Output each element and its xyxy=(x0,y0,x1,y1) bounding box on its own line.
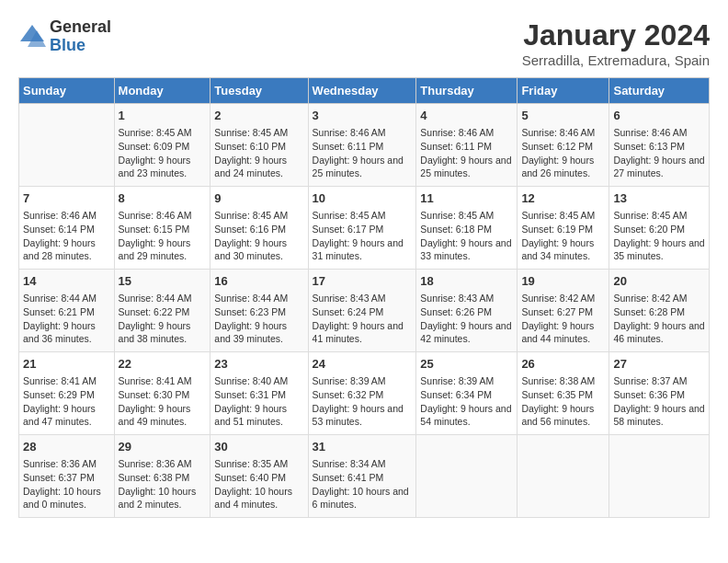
day-number: 13 xyxy=(613,190,705,207)
day-number: 8 xyxy=(119,190,207,207)
day-number: 16 xyxy=(214,273,303,290)
cell-details: Sunrise: 8:45 AMSunset: 6:20 PMDaylight:… xyxy=(613,209,705,263)
cell-details: Sunrise: 8:45 AMSunset: 6:09 PMDaylight:… xyxy=(119,126,207,180)
calendar-cell: 2Sunrise: 8:45 AMSunset: 6:10 PMDaylight… xyxy=(210,104,308,187)
cell-details: Sunrise: 8:44 AMSunset: 6:22 PMDaylight:… xyxy=(119,292,207,346)
day-number: 7 xyxy=(23,190,110,207)
week-row-3: 14Sunrise: 8:44 AMSunset: 6:21 PMDayligh… xyxy=(19,270,710,352)
cell-details: Sunrise: 8:46 AMSunset: 6:12 PMDaylight:… xyxy=(521,126,605,180)
day-number: 24 xyxy=(313,356,413,373)
day-number: 19 xyxy=(521,273,605,290)
day-number: 26 xyxy=(521,356,605,373)
calendar-cell: 26Sunrise: 8:38 AMSunset: 6:35 PMDayligh… xyxy=(518,352,609,435)
calendar-cell: 29Sunrise: 8:36 AMSunset: 6:38 PMDayligh… xyxy=(114,435,210,518)
day-number: 22 xyxy=(119,356,207,373)
day-number: 15 xyxy=(119,273,207,290)
cell-details: Sunrise: 8:42 AMSunset: 6:28 PMDaylight:… xyxy=(613,292,705,346)
col-header-thursday: Thursday xyxy=(416,78,518,104)
day-number: 31 xyxy=(313,439,413,455)
week-row-4: 21Sunrise: 8:41 AMSunset: 6:29 PMDayligh… xyxy=(19,352,710,435)
calendar-cell: 8Sunrise: 8:46 AMSunset: 6:15 PMDaylight… xyxy=(114,187,210,270)
week-row-2: 7Sunrise: 8:46 AMSunset: 6:14 PMDaylight… xyxy=(19,187,710,270)
cell-details: Sunrise: 8:43 AMSunset: 6:24 PMDaylight:… xyxy=(313,292,413,346)
col-header-tuesday: Tuesday xyxy=(210,78,308,104)
logo: General Blue xyxy=(18,18,111,55)
day-number: 4 xyxy=(420,108,513,124)
calendar-cell: 27Sunrise: 8:37 AMSunset: 6:36 PMDayligh… xyxy=(609,352,710,435)
calendar-cell xyxy=(19,104,115,187)
day-number: 11 xyxy=(420,190,513,207)
calendar-cell: 19Sunrise: 8:42 AMSunset: 6:27 PMDayligh… xyxy=(518,270,609,352)
day-number: 29 xyxy=(119,439,207,455)
cell-details: Sunrise: 8:46 AMSunset: 6:11 PMDaylight:… xyxy=(313,126,413,180)
cell-details: Sunrise: 8:41 AMSunset: 6:29 PMDaylight:… xyxy=(23,374,110,429)
day-number: 3 xyxy=(313,108,413,124)
col-header-sunday: Sunday xyxy=(19,78,115,104)
calendar-cell: 31Sunrise: 8:34 AMSunset: 6:41 PMDayligh… xyxy=(308,435,416,518)
subtitle: Serradilla, Extremadura, Spain xyxy=(522,52,710,68)
week-row-5: 28Sunrise: 8:36 AMSunset: 6:37 PMDayligh… xyxy=(19,435,710,518)
day-number: 12 xyxy=(521,190,605,207)
title-block: January 2024 Serradilla, Extremadura, Sp… xyxy=(522,18,710,68)
day-number: 30 xyxy=(214,439,303,455)
cell-details: Sunrise: 8:45 AMSunset: 6:10 PMDaylight:… xyxy=(214,126,303,180)
calendar-table: SundayMondayTuesdayWednesdayThursdayFrid… xyxy=(18,77,710,518)
day-number: 10 xyxy=(313,190,413,207)
calendar-cell: 23Sunrise: 8:40 AMSunset: 6:31 PMDayligh… xyxy=(210,352,308,435)
cell-details: Sunrise: 8:42 AMSunset: 6:27 PMDaylight:… xyxy=(521,292,605,346)
header-row: SundayMondayTuesdayWednesdayThursdayFrid… xyxy=(19,78,710,104)
cell-details: Sunrise: 8:39 AMSunset: 6:34 PMDaylight:… xyxy=(420,374,513,429)
cell-details: Sunrise: 8:44 AMSunset: 6:23 PMDaylight:… xyxy=(214,292,303,346)
cell-details: Sunrise: 8:39 AMSunset: 6:32 PMDaylight:… xyxy=(313,374,413,429)
calendar-cell: 6Sunrise: 8:46 AMSunset: 6:13 PMDaylight… xyxy=(609,104,710,187)
calendar-cell: 15Sunrise: 8:44 AMSunset: 6:22 PMDayligh… xyxy=(114,270,210,352)
cell-details: Sunrise: 8:44 AMSunset: 6:21 PMDaylight:… xyxy=(23,292,110,346)
logo-text: General Blue xyxy=(50,18,111,55)
calendar-cell: 1Sunrise: 8:45 AMSunset: 6:09 PMDaylight… xyxy=(114,104,210,187)
day-number: 9 xyxy=(214,190,303,207)
logo-icon xyxy=(18,23,46,51)
calendar-cell: 28Sunrise: 8:36 AMSunset: 6:37 PMDayligh… xyxy=(19,435,115,518)
cell-details: Sunrise: 8:36 AMSunset: 6:37 PMDaylight:… xyxy=(23,457,110,511)
cell-details: Sunrise: 8:36 AMSunset: 6:38 PMDaylight:… xyxy=(119,457,207,511)
day-number: 20 xyxy=(613,273,705,290)
calendar-cell: 24Sunrise: 8:39 AMSunset: 6:32 PMDayligh… xyxy=(308,352,416,435)
col-header-friday: Friday xyxy=(518,78,609,104)
calendar-cell xyxy=(518,435,609,518)
month-title: January 2024 xyxy=(522,18,710,52)
day-number: 18 xyxy=(420,273,513,290)
calendar-cell: 11Sunrise: 8:45 AMSunset: 6:18 PMDayligh… xyxy=(416,187,518,270)
calendar-cell: 3Sunrise: 8:46 AMSunset: 6:11 PMDaylight… xyxy=(308,104,416,187)
calendar-cell: 16Sunrise: 8:44 AMSunset: 6:23 PMDayligh… xyxy=(210,270,308,352)
logo-general: General xyxy=(50,18,111,37)
calendar-cell: 13Sunrise: 8:45 AMSunset: 6:20 PMDayligh… xyxy=(609,187,710,270)
page-header: General Blue January 2024 Serradilla, Ex… xyxy=(18,18,710,68)
calendar-cell: 7Sunrise: 8:46 AMSunset: 6:14 PMDaylight… xyxy=(19,187,115,270)
cell-details: Sunrise: 8:34 AMSunset: 6:41 PMDaylight:… xyxy=(313,457,413,511)
cell-details: Sunrise: 8:46 AMSunset: 6:11 PMDaylight:… xyxy=(420,126,513,180)
calendar-cell: 4Sunrise: 8:46 AMSunset: 6:11 PMDaylight… xyxy=(416,104,518,187)
calendar-cell: 10Sunrise: 8:45 AMSunset: 6:17 PMDayligh… xyxy=(308,187,416,270)
day-number: 27 xyxy=(613,356,705,373)
cell-details: Sunrise: 8:35 AMSunset: 6:40 PMDaylight:… xyxy=(214,457,303,511)
cell-details: Sunrise: 8:46 AMSunset: 6:13 PMDaylight:… xyxy=(613,126,705,180)
calendar-cell: 30Sunrise: 8:35 AMSunset: 6:40 PMDayligh… xyxy=(210,435,308,518)
day-number: 17 xyxy=(313,273,413,290)
calendar-cell: 20Sunrise: 8:42 AMSunset: 6:28 PMDayligh… xyxy=(609,270,710,352)
cell-details: Sunrise: 8:40 AMSunset: 6:31 PMDaylight:… xyxy=(214,374,303,429)
cell-details: Sunrise: 8:45 AMSunset: 6:19 PMDaylight:… xyxy=(521,209,605,263)
day-number: 25 xyxy=(420,356,513,373)
cell-details: Sunrise: 8:45 AMSunset: 6:18 PMDaylight:… xyxy=(420,209,513,263)
day-number: 21 xyxy=(23,356,110,373)
col-header-saturday: Saturday xyxy=(609,78,710,104)
cell-details: Sunrise: 8:45 AMSunset: 6:17 PMDaylight:… xyxy=(313,209,413,263)
cell-details: Sunrise: 8:46 AMSunset: 6:14 PMDaylight:… xyxy=(23,209,110,263)
cell-details: Sunrise: 8:37 AMSunset: 6:36 PMDaylight:… xyxy=(613,374,705,429)
day-number: 6 xyxy=(613,108,705,124)
logo-blue: Blue xyxy=(50,37,111,55)
calendar-cell: 18Sunrise: 8:43 AMSunset: 6:26 PMDayligh… xyxy=(416,270,518,352)
day-number: 28 xyxy=(23,439,110,455)
calendar-cell xyxy=(609,435,710,518)
calendar-cell: 5Sunrise: 8:46 AMSunset: 6:12 PMDaylight… xyxy=(518,104,609,187)
calendar-cell: 22Sunrise: 8:41 AMSunset: 6:30 PMDayligh… xyxy=(114,352,210,435)
